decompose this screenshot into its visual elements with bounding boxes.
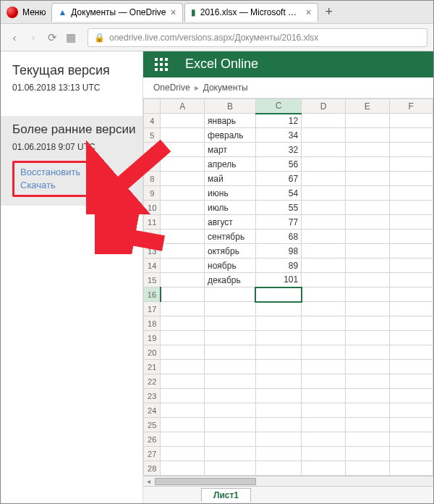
- cell[interactable]: [302, 374, 346, 389]
- cell[interactable]: март: [205, 143, 256, 157]
- row-header[interactable]: 6: [144, 143, 161, 157]
- cell[interactable]: [345, 287, 389, 302]
- cell[interactable]: [302, 157, 346, 172]
- row-header[interactable]: 8: [144, 172, 161, 186]
- cell[interactable]: [255, 331, 301, 345]
- cell[interactable]: [161, 403, 205, 418]
- cell[interactable]: [345, 316, 389, 331]
- cell[interactable]: [345, 186, 389, 201]
- cell[interactable]: [205, 389, 256, 403]
- cell[interactable]: декабрь: [205, 273, 256, 287]
- back-button[interactable]: ‹: [7, 30, 22, 46]
- row-header[interactable]: 21: [144, 360, 161, 374]
- cell[interactable]: [205, 432, 256, 447]
- cell[interactable]: [302, 244, 346, 259]
- column-header-A[interactable]: A: [161, 99, 205, 114]
- breadcrumb-root[interactable]: OneDrive: [153, 83, 190, 93]
- column-header-E[interactable]: E: [345, 99, 389, 114]
- cell[interactable]: [302, 186, 346, 201]
- cell[interactable]: [345, 128, 389, 143]
- column-header-F[interactable]: F: [389, 99, 433, 114]
- cell[interactable]: [255, 316, 301, 331]
- column-header-C[interactable]: C: [255, 99, 301, 114]
- cell[interactable]: [205, 331, 256, 345]
- row-header[interactable]: 9: [144, 186, 161, 201]
- cell[interactable]: [302, 432, 346, 447]
- cell[interactable]: [345, 157, 389, 172]
- row-header[interactable]: 16: [144, 287, 161, 302]
- cell[interactable]: [161, 360, 205, 374]
- download-link[interactable]: Скачать: [20, 179, 84, 192]
- row-header[interactable]: 10: [144, 201, 161, 215]
- address-bar[interactable]: 🔒 onedrive.live.com/versions.aspx/Докуме…: [88, 28, 427, 47]
- cell[interactable]: [389, 244, 433, 259]
- cell[interactable]: [161, 461, 205, 476]
- cell[interactable]: [389, 432, 433, 447]
- cell[interactable]: [255, 461, 301, 476]
- cell[interactable]: 56: [255, 157, 301, 172]
- cell[interactable]: [161, 389, 205, 403]
- cell[interactable]: [345, 215, 389, 230]
- cell[interactable]: [389, 389, 433, 403]
- cell[interactable]: [302, 172, 346, 186]
- cell[interactable]: [255, 374, 301, 389]
- row-header[interactable]: 7: [144, 157, 161, 172]
- cell[interactable]: [389, 186, 433, 201]
- cell[interactable]: ноябрь: [205, 259, 256, 273]
- cell[interactable]: [345, 331, 389, 345]
- cell[interactable]: [345, 244, 389, 259]
- cell[interactable]: [205, 360, 256, 374]
- row-header[interactable]: 15: [144, 273, 161, 287]
- cell[interactable]: [255, 432, 301, 447]
- cell[interactable]: [302, 201, 346, 215]
- cell[interactable]: [161, 215, 205, 230]
- cell[interactable]: [389, 201, 433, 215]
- cell[interactable]: [161, 259, 205, 273]
- cell[interactable]: 55: [255, 201, 301, 215]
- row-header[interactable]: 5: [144, 128, 161, 143]
- cell[interactable]: [161, 316, 205, 331]
- cell[interactable]: [161, 230, 205, 244]
- cell[interactable]: октябрь: [205, 244, 256, 259]
- app-launcher-icon[interactable]: [155, 58, 168, 71]
- cell[interactable]: [255, 360, 301, 374]
- cell[interactable]: [161, 143, 205, 157]
- row-header[interactable]: 13: [144, 244, 161, 259]
- cell[interactable]: [205, 374, 256, 389]
- browser-menu[interactable]: Меню: [22, 7, 46, 17]
- cell[interactable]: [302, 273, 346, 287]
- cell[interactable]: [302, 128, 346, 143]
- cell[interactable]: июнь: [205, 186, 256, 201]
- row-header[interactable]: 24: [144, 403, 161, 418]
- row-header[interactable]: 17: [144, 302, 161, 316]
- cell[interactable]: [345, 447, 389, 461]
- row-header[interactable]: 28: [144, 461, 161, 476]
- cell[interactable]: [302, 345, 346, 360]
- new-tab-button[interactable]: +: [320, 3, 339, 22]
- row-header[interactable]: 20: [144, 345, 161, 360]
- cell[interactable]: 32: [255, 143, 301, 157]
- cell[interactable]: [389, 331, 433, 345]
- cell[interactable]: [389, 418, 433, 432]
- cell[interactable]: [302, 259, 346, 273]
- cell[interactable]: [389, 128, 433, 143]
- cell[interactable]: июль: [205, 201, 256, 215]
- cell[interactable]: [161, 128, 205, 143]
- cell[interactable]: [302, 302, 346, 316]
- cell[interactable]: [205, 418, 256, 432]
- cell[interactable]: [161, 345, 205, 360]
- cell[interactable]: [302, 389, 346, 403]
- cell[interactable]: [205, 461, 256, 476]
- column-header-D[interactable]: D: [302, 99, 346, 114]
- browser-tab-1[interactable]: ▲ Документы — OneDrive ×: [51, 3, 182, 22]
- cell[interactable]: [205, 287, 256, 302]
- cell[interactable]: [205, 345, 256, 360]
- row-header[interactable]: 12: [144, 230, 161, 244]
- row-header[interactable]: 27: [144, 447, 161, 461]
- row-header[interactable]: 19: [144, 331, 161, 345]
- cell[interactable]: [161, 331, 205, 345]
- cell[interactable]: [389, 157, 433, 172]
- cell[interactable]: [389, 447, 433, 461]
- cell[interactable]: [255, 447, 301, 461]
- cell[interactable]: [345, 403, 389, 418]
